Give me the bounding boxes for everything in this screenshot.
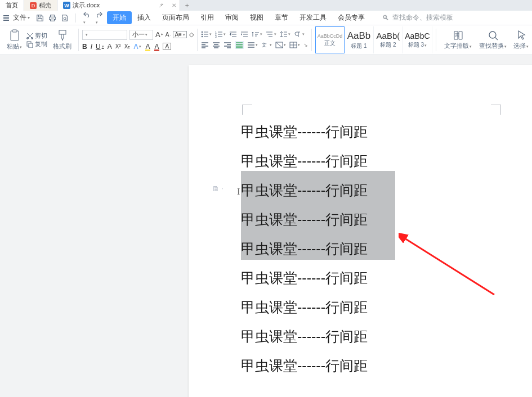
save-icon[interactable]: [36, 14, 44, 22]
copy-button[interactable]: 复制: [26, 41, 47, 48]
cut-label: 剪切: [35, 33, 47, 39]
tab-member[interactable]: 会员专享: [332, 11, 370, 24]
paste-button[interactable]: 粘贴: [3, 29, 25, 51]
style-h1[interactable]: AaBb 标题 1: [345, 26, 374, 53]
hamburger-menu-icon[interactable]: [2, 14, 10, 22]
multilevel-list-icon[interactable]: [266, 31, 276, 38]
shading-icon[interactable]: [275, 42, 286, 48]
style-h2[interactable]: AaBb( 标题 2: [374, 26, 403, 53]
distribute-icon[interactable]: [247, 42, 258, 48]
tab-daoke[interactable]: D 稻壳: [24, 0, 57, 11]
text-line[interactable]: 甲虫课堂------行间距: [241, 263, 368, 292]
numbering-icon[interactable]: 123: [215, 31, 226, 38]
show-marks-icon[interactable]: [294, 31, 305, 38]
style-h3[interactable]: AaBbC 标题 3: [403, 26, 432, 53]
paragraph-dialog-icon[interactable]: ↘: [303, 42, 308, 48]
command-search[interactable]: 🔍︎ 查找命令、搜索模板: [382, 13, 532, 22]
change-case-icon[interactable]: A≡: [173, 31, 187, 38]
strikethrough-button[interactable]: A: [108, 43, 112, 51]
sort-icon[interactable]: [252, 31, 262, 38]
document-body[interactable]: 甲虫课堂------行间距 甲虫课堂------行间距 甲虫课堂------行间…: [241, 117, 368, 380]
window-tab-strip: 首页 D 稻壳 W 演示.docx 📌︎ ✕ +: [0, 0, 532, 11]
bullets-icon[interactable]: [201, 31, 212, 38]
font-name-select[interactable]: [82, 30, 127, 40]
tab-references[interactable]: 引用: [195, 11, 220, 24]
font-color-button[interactable]: A: [154, 43, 159, 51]
print-icon[interactable]: [48, 14, 56, 22]
text-line[interactable]: 甲虫课堂------行间距: [241, 322, 368, 351]
tab-document[interactable]: W 演示.docx 📌︎ ✕: [57, 0, 180, 11]
print-preview-icon[interactable]: [61, 14, 69, 22]
undo-icon[interactable]: [83, 11, 91, 25]
tab-review[interactable]: 审阅: [220, 11, 244, 24]
text-line[interactable]: 甲虫课堂------行间距: [241, 292, 368, 322]
increase-indent-icon[interactable]: [240, 31, 248, 38]
tab-pagelayout[interactable]: 页面布局: [157, 11, 195, 24]
text-direction-icon[interactable]: 文: [261, 42, 272, 48]
text-effects-button[interactable]: A: [133, 43, 141, 51]
ribbon: 粘贴 剪切 复制 格式刷 小一 A+ A- A≡ ◇: [0, 25, 532, 55]
format-painter-icon: [57, 29, 68, 42]
text-line[interactable]: 甲虫课堂------行间距: [241, 175, 368, 205]
search-icon: 🔍︎: [382, 14, 389, 22]
decrease-indent-icon[interactable]: [229, 31, 237, 38]
text-line[interactable]: 甲虫课堂------行间距: [241, 146, 368, 175]
increase-font-icon[interactable]: A+: [155, 30, 163, 39]
align-left-icon[interactable]: [201, 42, 209, 48]
text-line[interactable]: 甲虫课堂------行间距: [241, 351, 368, 380]
paste-label: 粘贴: [7, 43, 22, 51]
clear-format-icon[interactable]: ◇: [189, 31, 194, 38]
close-tab-icon[interactable]: ✕: [172, 2, 176, 8]
clipboard-group: 粘贴 剪切 复制 格式刷: [0, 25, 78, 55]
text-layout-label: 文字排版: [444, 42, 472, 50]
align-justify-icon[interactable]: [235, 41, 244, 49]
cut-button[interactable]: 剪切: [26, 33, 47, 39]
tab-insert[interactable]: 插入: [132, 11, 157, 24]
svg-text:3: 3: [215, 35, 217, 38]
line-spacing-icon[interactable]: [280, 31, 290, 38]
align-right-icon[interactable]: [223, 42, 231, 48]
paragraph-gutter-icon[interactable]: 🗎 ·: [212, 184, 223, 193]
find-replace-label: 查找替换: [479, 42, 507, 50]
text-line[interactable]: 甲虫课堂------行间距: [241, 117, 368, 146]
borders-icon[interactable]: [289, 42, 300, 48]
bold-button[interactable]: B: [82, 43, 87, 51]
margin-marker-tl: [242, 105, 252, 115]
decrease-font-icon[interactable]: A-: [166, 31, 171, 38]
new-tab-button[interactable]: +: [180, 0, 194, 11]
italic-button[interactable]: I: [91, 43, 92, 51]
tab-view[interactable]: 视图: [244, 11, 269, 24]
character-border-icon[interactable]: A: [163, 43, 171, 50]
subscript-button[interactable]: X₂: [124, 43, 131, 49]
word-doc-icon: W: [63, 2, 70, 9]
format-painter-button[interactable]: 格式刷: [50, 29, 75, 51]
find-replace-button[interactable]: 查找替换: [476, 30, 510, 50]
tab-sections[interactable]: 章节: [269, 11, 294, 24]
style-h1-preview: AaBb: [347, 30, 371, 42]
superscript-button[interactable]: X²: [115, 43, 121, 49]
file-menu[interactable]: 文件 ▾: [11, 12, 32, 24]
text-layout-icon: 言: [453, 30, 464, 41]
font-size-select[interactable]: 小一: [129, 30, 153, 40]
text-line[interactable]: 甲虫课堂------行间距: [241, 234, 368, 263]
document-workspace: 🗎 · I 甲虫课堂------行间距 甲虫课堂------行间距 甲虫课堂--…: [0, 55, 532, 397]
svg-point-10: [202, 36, 203, 38]
document-page[interactable]: 🗎 · I 甲虫课堂------行间距 甲虫课堂------行间距 甲虫课堂--…: [189, 65, 532, 397]
svg-text:文: 文: [262, 42, 267, 48]
svg-rect-6: [29, 43, 33, 48]
tab-devtools[interactable]: 开发工具: [294, 11, 332, 24]
underline-button[interactable]: U: [96, 43, 104, 51]
redo-icon[interactable]: [95, 11, 103, 25]
highlight-button[interactable]: A: [145, 43, 150, 51]
align-center-icon[interactable]: [212, 42, 220, 48]
tab-home[interactable]: 首页: [0, 0, 24, 11]
style-body[interactable]: AaBbCcDd 正文: [315, 26, 345, 53]
select-button[interactable]: 选择: [510, 30, 532, 50]
format-painter-label: 格式刷: [53, 43, 71, 51]
copy-icon: [26, 41, 33, 48]
tab-start[interactable]: 开始: [107, 11, 132, 24]
text-layout-button[interactable]: 言 文字排版: [441, 30, 475, 50]
copy-label: 复制: [35, 41, 47, 47]
pin-icon[interactable]: 📌︎: [158, 2, 164, 8]
text-line[interactable]: 甲虫课堂------行间距: [241, 205, 368, 234]
